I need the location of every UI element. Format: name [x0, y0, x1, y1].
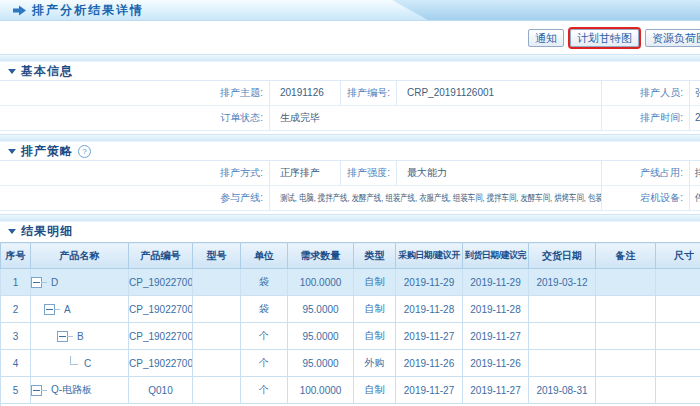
table-row[interactable]: 5 Q-电路板 Q010 个 100.0000 自制 2019-11-27	[1, 377, 700, 404]
cell-code: CP_190227002	[129, 269, 193, 296]
field-value-lines: 测试, 电脑, 搅拌产线, 发酵产线, 组装产线, 衣服产线, 组装车间, 搅拌…	[270, 186, 602, 211]
cell-code: CP_190227003	[129, 296, 193, 323]
page: 排产分析结果详情 通知 计划甘特图 资源负荷图 基本信息 排产主题: 20191…	[0, 0, 700, 406]
cell-no: 5	[1, 377, 31, 404]
cell-remark	[596, 323, 656, 350]
cell-type: 自制	[354, 377, 396, 404]
table-row[interactable]: 4 C CP_190227005 个 95.0000 外购 2019-11-26	[1, 350, 700, 377]
cell-type: 自制	[354, 323, 396, 350]
cell-unit: 袋	[241, 269, 288, 296]
section-separator	[0, 134, 700, 142]
product-name-cell: Q-电路板	[31, 377, 129, 404]
resource-load-button[interactable]: 资源负荷图	[645, 29, 700, 47]
section-title: 结果明细	[21, 223, 73, 240]
section-separator	[0, 54, 700, 62]
cell-qty: 100.0000	[288, 269, 354, 296]
field-value-number: CRP_20191126001	[397, 81, 602, 106]
help-icon[interactable]: ?	[78, 145, 91, 158]
plan-gantt-button[interactable]: 计划甘特图	[570, 29, 639, 47]
cell-no: 3	[1, 323, 31, 350]
cell-delivery: 2019-08-31	[529, 377, 596, 404]
cell-purchase: 2019-11-28	[396, 296, 463, 323]
cell-model	[193, 269, 241, 296]
field-value-topic: 20191126	[270, 81, 341, 106]
col-header-no: 序号	[1, 243, 31, 269]
cell-remark	[596, 350, 656, 377]
cell-model	[193, 296, 241, 323]
col-header-size: 尺寸	[656, 243, 700, 269]
cell-size	[656, 269, 700, 296]
product-name-cell: A	[31, 296, 129, 323]
field-value-downequip: 停	[690, 186, 700, 211]
cell-unit: 袋	[241, 296, 288, 323]
tree-leaf-connector	[70, 356, 78, 365]
section-header-results[interactable]: 结果明细	[0, 222, 700, 240]
tree-collapse-icon[interactable]	[57, 331, 68, 342]
title-tab: 排产分析结果详情	[0, 0, 430, 20]
cell-delivery	[529, 296, 596, 323]
field-label-downequip: 宕机设备:	[602, 186, 690, 211]
table-row[interactable]: 1 D CP_190227002 袋 100.0000 自制 2019-11-2…	[1, 269, 700, 296]
cell-arrival: 2019-11-26	[463, 350, 529, 377]
cell-size	[656, 377, 700, 404]
cell-code: CP_190227004	[129, 323, 193, 350]
field-label-occupy: 产线占用:	[602, 161, 690, 186]
col-header-remark: 备注	[596, 243, 656, 269]
col-header-purchase: 采购日期/建议开	[396, 243, 463, 269]
cell-type: 外购	[354, 350, 396, 377]
cell-size	[656, 296, 700, 323]
field-value-time: 2	[690, 106, 700, 131]
arrow-right-icon	[13, 5, 26, 16]
section-header-basic-info[interactable]: 基本信息	[0, 62, 700, 80]
cell-no: 4	[1, 350, 31, 377]
cell-arrival: 2019-11-29	[463, 269, 529, 296]
cell-remark	[596, 269, 656, 296]
cell-no: 1	[1, 269, 31, 296]
cell-unit: 个	[241, 350, 288, 377]
field-label-lines: 参与产线:	[0, 186, 270, 211]
cell-delivery	[529, 323, 596, 350]
notify-button[interactable]: 通知	[528, 29, 564, 47]
cell-unit: 个	[241, 377, 288, 404]
table-row[interactable]: 2 A CP_190227003 袋 95.0000 自制 2019-11-28	[1, 296, 700, 323]
tree-collapse-icon[interactable]	[44, 304, 55, 315]
toolbar: 通知 计划甘特图 资源负荷图	[0, 21, 700, 54]
col-header-delivery: 交货日期	[529, 243, 596, 269]
page-title: 排产分析结果详情	[32, 2, 144, 19]
tree-collapse-icon[interactable]	[31, 385, 42, 396]
cell-unit: 个	[241, 323, 288, 350]
field-value-occupy: 排	[690, 161, 700, 186]
field-value-person: 张	[690, 81, 700, 106]
cell-purchase: 2019-11-27	[396, 323, 463, 350]
cell-no: 2	[1, 296, 31, 323]
collapse-triangle-icon	[8, 149, 16, 154]
title-bar: 排产分析结果详情	[0, 0, 700, 21]
product-name-cell: D	[31, 269, 129, 296]
field-label-method: 排产方式:	[0, 161, 270, 186]
field-label-topic: 排产主题:	[0, 81, 270, 106]
product-name: Q-电路板	[51, 383, 92, 397]
product-name: D	[51, 277, 58, 288]
cell-delivery: 2019-03-12	[529, 269, 596, 296]
field-label-intensity: 排产强度:	[341, 161, 397, 186]
cell-arrival: 2019-11-27	[463, 377, 529, 404]
field-label-time: 排产时间:	[602, 106, 690, 131]
cell-size	[656, 350, 700, 377]
col-header-unit: 单位	[241, 243, 288, 269]
cell-remark	[596, 296, 656, 323]
cell-delivery	[529, 350, 596, 377]
tree-collapse-icon[interactable]	[31, 277, 42, 288]
cell-code: CP_190227005	[129, 350, 193, 377]
cell-model	[193, 377, 241, 404]
product-name-cell: B	[31, 323, 129, 350]
section-header-strategy[interactable]: 排产策略 ?	[0, 142, 700, 160]
field-label-person: 排产人员:	[602, 81, 690, 106]
table-row[interactable]: 3 B CP_190227004 个 95.0000 自制 2019-11-27	[1, 323, 700, 350]
cell-qty: 95.0000	[288, 323, 354, 350]
product-name: B	[77, 331, 84, 342]
cell-purchase: 2019-11-26	[396, 350, 463, 377]
col-header-model: 型号	[193, 243, 241, 269]
cell-remark	[596, 377, 656, 404]
collapse-triangle-icon	[8, 229, 16, 234]
field-value-intensity: 最大能力	[397, 161, 602, 186]
